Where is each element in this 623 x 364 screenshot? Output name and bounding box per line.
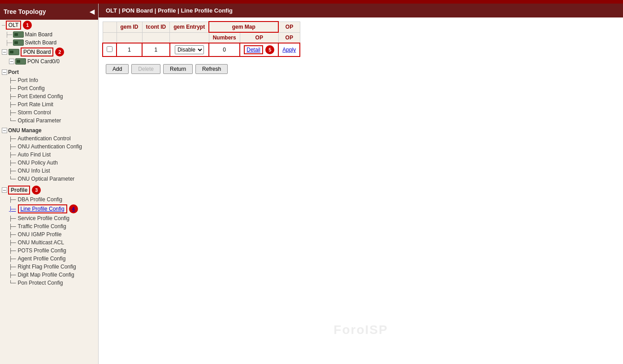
col-gem-entrypt-header: gem Entrypt <box>170 22 209 32</box>
col-checkbox-header2 <box>103 32 117 43</box>
main-board-icon <box>13 31 24 38</box>
nav-storm-control[interactable]: ├─ Storm Control <box>0 108 98 117</box>
sidebar: Tree Topology ◀ ─ OLT 1 ├─ Main Board ├─… <box>0 4 99 364</box>
profile-label: Profile <box>8 186 30 195</box>
tree-pon-board[interactable]: ─ PON Board 2 <box>0 47 98 57</box>
nav-optical-param[interactable]: └─ Optical Parameter <box>0 117 98 125</box>
row-checkbox[interactable] <box>107 46 112 52</box>
digit-map-label: Digit Map Profile Config <box>18 272 74 278</box>
storm-control-label: Storm Control <box>18 109 51 116</box>
row-numbers: 0 <box>209 43 240 56</box>
apply-link[interactable]: Apply <box>282 47 296 53</box>
onu-policy-label: ONU Policy Auth <box>18 160 58 166</box>
nav-auto-find[interactable]: ├─ Auto Find List <box>0 151 98 159</box>
top-bar <box>0 0 623 4</box>
switch-board-icon <box>13 39 24 46</box>
nav-onu-optical[interactable]: └─ ONU Optical Parameter <box>0 175 98 183</box>
refresh-button[interactable]: Refresh <box>195 64 228 74</box>
agent-profile-label: Agent Profile Config <box>18 256 66 262</box>
breadcrumb-text: OLT | PON Board | Profile | Line Profile… <box>106 7 233 14</box>
nav-port-rate[interactable]: ├─ Port Rate Limit <box>0 100 98 108</box>
badge-1: 1 <box>23 21 32 30</box>
onu-optical-label: ONU Optical Parameter <box>18 176 75 182</box>
row-apply-cell[interactable]: Apply <box>278 43 300 56</box>
col-gem-map-header: gem Map <box>209 22 278 32</box>
col-tcont-id-header: tcont ID <box>142 22 170 32</box>
port-section: ─ Port ├─ Port Info ├─ Port Config ├─ Po… <box>0 68 98 125</box>
nav-dba-profile[interactable]: ├─ DBA Profile Config <box>0 195 98 204</box>
profile-section-header[interactable]: ─ Profile 3 <box>0 185 98 195</box>
col-gem-id-header: gem ID <box>117 22 142 32</box>
tree-pon-card[interactable]: ─ PON Card0/0 <box>0 57 98 65</box>
sidebar-arrow[interactable]: ◀ <box>90 8 95 15</box>
col-op2-header: OP <box>278 32 300 43</box>
nav-onu-auth-config[interactable]: ├─ ONU Authentication Config <box>0 143 98 151</box>
line-profile-label: Line Profile Config <box>18 204 67 213</box>
tree-olt[interactable]: ─ OLT 1 <box>0 20 98 30</box>
port-config-label: Port Config <box>18 85 45 91</box>
nav-port-info[interactable]: ├─ Port Info <box>0 76 98 84</box>
badge-5: 5 <box>265 45 274 54</box>
sidebar-tree: ─ OLT 1 ├─ Main Board ├─ Switch Board ─ … <box>0 20 98 364</box>
table-row: 1 1 Disable Enable 0 Detail <box>103 43 300 56</box>
content-body: gem ID tcont ID gem Entrypt gem Map OP <box>99 17 623 364</box>
nav-line-profile[interactable]: ├─ Line Profile Config 4 <box>0 204 98 214</box>
onu-manage-header[interactable]: ─ ONU Manage <box>0 126 98 134</box>
return-button[interactable]: Return <box>163 64 193 74</box>
pon-card-label: PON Card0/0 <box>27 58 60 65</box>
nav-onu-policy[interactable]: ├─ ONU Policy Auth <box>0 159 98 167</box>
olt-box[interactable]: OLT <box>6 21 21 30</box>
onu-multicast-label: ONU Multicast ACL <box>18 239 64 246</box>
main-table: gem ID tcont ID gem Entrypt gem Map OP <box>102 21 300 57</box>
port-info-label: Port Info <box>18 77 38 83</box>
pon-board-checkbox[interactable]: ─ <box>2 49 7 55</box>
table-container: gem ID tcont ID gem Entrypt gem Map OP <box>99 17 623 364</box>
col-checkbox-header <box>103 22 117 32</box>
pon-card-checkbox[interactable]: ─ <box>9 59 14 64</box>
tree-switch-board[interactable]: ├─ Switch Board <box>0 39 98 47</box>
row-tcont-id: 1 <box>142 43 170 56</box>
badge-3: 3 <box>32 186 41 195</box>
row-gem-entrypt[interactable]: Disable Enable <box>170 43 209 56</box>
row-detail-cell[interactable]: Detail 5 <box>240 43 278 56</box>
nav-traffic-profile[interactable]: ├─ Traffic Profile Config <box>0 222 98 230</box>
nav-port-extend[interactable]: ├─ Port Extend Config <box>0 92 98 100</box>
port-section-header[interactable]: ─ Port <box>0 68 98 76</box>
col-op1-header: OP <box>278 22 300 32</box>
nav-pots-profile[interactable]: ├─ POTS Profile Config <box>0 247 98 255</box>
port-checkbox[interactable]: ─ <box>2 69 7 75</box>
nav-pon-protect[interactable]: └─ Pon Protect Config <box>0 279 98 287</box>
detail-link[interactable]: Detail <box>244 45 263 54</box>
badge-2: 2 <box>55 48 64 56</box>
watermark: ForoISP <box>333 323 388 337</box>
pon-card-icon <box>15 58 26 65</box>
port-rate-label: Port Rate Limit <box>18 101 53 108</box>
onu-igmp-label: ONU IGMP Profile <box>18 231 62 238</box>
nav-right-flag[interactable]: ├─ Right Flag Profile Config <box>0 263 98 271</box>
nav-service-profile[interactable]: ├─ Service Profile Config <box>0 214 98 222</box>
nav-port-config[interactable]: ├─ Port Config <box>0 84 98 92</box>
auto-find-label: Auto Find List <box>18 152 51 158</box>
nav-onu-multicast[interactable]: ├─ ONU Multicast ACL <box>0 238 98 247</box>
nav-agent-profile[interactable]: ├─ Agent Profile Config <box>0 255 98 263</box>
switch-board-label: Switch Board <box>25 39 57 46</box>
onu-manage-checkbox[interactable]: ─ <box>2 128 7 133</box>
col-numbers-header: Numbers <box>209 32 240 43</box>
nav-onu-igmp[interactable]: ├─ ONU IGMP Profile <box>0 230 98 238</box>
profile-checkbox[interactable]: ─ <box>2 187 7 193</box>
pots-profile-label: POTS Profile Config <box>18 247 66 254</box>
row-checkbox-cell[interactable] <box>103 43 117 56</box>
tree-main-board[interactable]: ├─ Main Board <box>0 30 98 39</box>
nav-auth-control[interactable]: ├─ Authentication Control <box>0 134 98 143</box>
add-button[interactable]: Add <box>106 64 129 74</box>
nav-digit-map[interactable]: ├─ Digit Map Profile Config <box>0 271 98 279</box>
nav-onu-info[interactable]: ├─ ONU Info List <box>0 167 98 175</box>
col-gem-entrypt-header2 <box>170 32 209 43</box>
delete-button[interactable]: Delete <box>131 64 160 74</box>
row-gem-id: 1 <box>117 43 142 56</box>
onu-manage-section: ─ ONU Manage ├─ Authentication Control ├… <box>0 126 98 183</box>
gem-entrypt-select[interactable]: Disable Enable <box>175 45 204 54</box>
pon-board-icon <box>9 49 19 55</box>
button-row: Add Delete Return Refresh <box>102 61 619 78</box>
pon-board-label[interactable]: PON Board <box>21 48 53 56</box>
